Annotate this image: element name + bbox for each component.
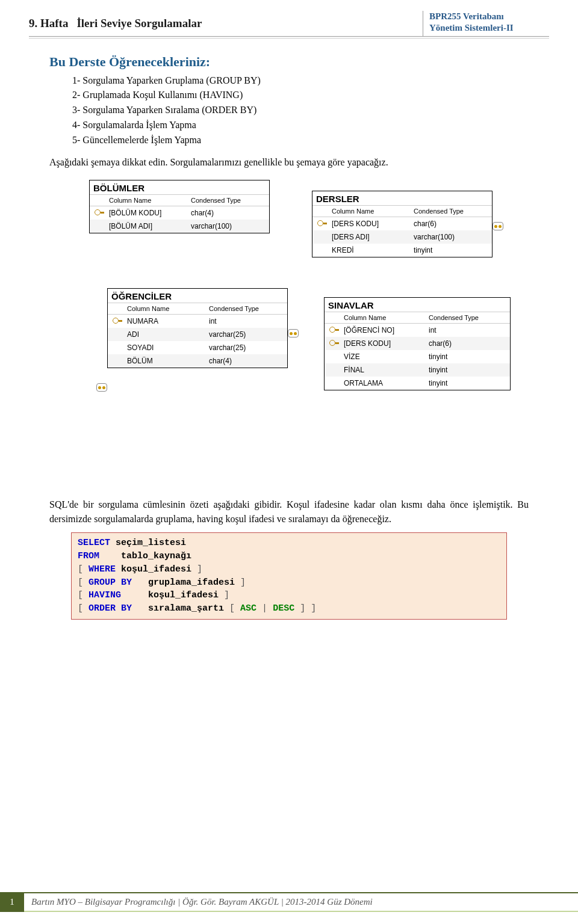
key-icon [329,327,335,333]
kw-having: HAVING [89,590,121,600]
course-line-2: Yönetim Sistemleri-II [429,22,549,34]
col-header: Column Name [105,195,187,206]
col-header: Column Name [340,312,425,324]
col-header: Column Name [328,206,410,217]
col-type: int [205,315,287,328]
table-title: SINAVLAR [325,298,510,312]
col-name: [DERS ADI] [328,230,410,244]
schema-note: Aşağıdaki şemaya dikkat edin. Sorgulamal… [49,157,549,168]
arg-groupby: gruplama_ifadesi [148,578,235,588]
list-item: Güncellemelerde İşlem Yapma [72,133,549,148]
table-title: BÖLÜMLER [90,180,269,195]
col-name: NUMARA [123,315,205,328]
col-type: varchar(100) [410,230,492,244]
table-title: DERSLER [312,191,492,206]
arg-orderby: sıralama_şartı [148,603,224,614]
col-name: [ÖĞRENCİ NO] [340,324,425,337]
kw-from: FROM [78,551,99,561]
course-code: BPR255 Veritabanı Yönetim Sistemleri-II [423,11,549,36]
kw-select: SELECT [78,538,110,548]
col-name: BÖLÜM [123,354,205,368]
col-type: int [425,324,510,337]
col-header: Column Name [123,303,205,315]
course-line-1: BPR255 Veritabanı [429,11,549,22]
col-header: Condensed Type [205,303,287,315]
relation-icon [288,329,299,337]
col-name: [DERS KODU] [340,337,425,350]
list-item: Sorgulama Yaparken Gruplama (GROUP BY) [72,73,549,88]
kw-asc: ASC [240,603,256,614]
col-header: Condensed Type [410,206,492,217]
col-name: [BÖLÜM KODU] [105,206,187,220]
col-name: SOYADI [123,341,205,354]
col-name: ADI [123,328,205,341]
col-type: char(6) [425,337,510,350]
col-type: varchar(25) [205,328,287,341]
arg-select: seçim_listesi [116,538,186,548]
col-name: [DERS KODU] [328,217,410,230]
col-name: [BÖLÜM ADI] [105,220,187,233]
col-name: ORTALAMA [340,377,425,390]
relation-icon [493,222,503,230]
kw-orderby: ORDER BY [89,603,132,614]
week-label: 9. Hafta [29,17,68,30]
page-footer: 1 Bartın MYO – Bilgisayar Programcılığı … [0,892,578,912]
arg-where: koşul_ifadesi [121,564,191,574]
col-type: tinyint [425,350,510,363]
table-ogrenciler: ÖĞRENCİLER Column Name Condensed Type NU… [107,288,288,368]
table-title: ÖĞRENCİLER [108,289,287,303]
sql-syntax-box: SELECT seçim_listesi FROM tablo_kaynağı … [71,532,507,620]
col-name: VİZE [340,350,425,363]
col-type: tinyint [425,377,510,390]
table-dersler: DERSLER Column Name Condensed Type [DERS… [312,191,493,257]
header-underline [29,38,549,38]
kw-where: WHERE [89,564,116,574]
page-header: 9. Hafta İleri Seviye Sorgulamalar BPR25… [29,11,549,37]
body-paragraph: SQL'de bir sorgulama cümlesinin özeti aş… [49,497,529,526]
section-title: Bu Derste Öğrenecekleriniz: [49,54,549,70]
footer-text: Bartın MYO – Bilgisayar Programcılığı | … [24,892,578,912]
col-type: tinyint [410,244,492,257]
schema-diagram: BÖLÜMLER Column Name Condensed Type [BÖL… [59,180,549,487]
col-name: KREDİ [328,244,410,257]
arg-having: koşul_ifadesi [148,590,219,600]
list-item: Sorgulama Yaparken Sıralama (ORDER BY) [72,103,549,118]
kw-groupby: GROUP BY [89,578,132,588]
col-header: Condensed Type [425,312,510,324]
relation-icon [96,383,107,392]
col-type: tinyint [425,363,510,377]
list-item: Gruplamada Koşul Kullanımı (HAVING) [72,88,549,103]
learning-outcomes-list: Sorgulama Yaparken Gruplama (GROUP BY) G… [72,73,549,148]
col-type: varchar(25) [205,341,287,354]
col-header: Condensed Type [187,195,269,206]
col-type: varchar(100) [187,220,269,233]
col-type: char(4) [205,354,287,368]
pk-cell [90,206,105,220]
table-sinavlar: SINAVLAR Column Name Condensed Type [ÖĞR… [324,297,511,390]
col-type: char(6) [410,217,492,230]
key-icon [317,220,323,226]
topic-title: İleri Seviye Sorgulamalar [76,17,202,30]
key-icon [113,318,119,324]
arg-from: tablo_kaynağı [121,551,191,561]
col-type: char(4) [187,206,269,220]
list-item: Sorgulamalarda İşlem Yapma [72,118,549,133]
table-bolumler: BÖLÜMLER Column Name Condensed Type [BÖL… [89,180,270,233]
page-number: 1 [0,892,24,912]
kw-desc: DESC [273,603,294,614]
key-icon [95,209,101,215]
col-name: FİNAL [340,363,425,377]
key-icon [329,340,335,346]
